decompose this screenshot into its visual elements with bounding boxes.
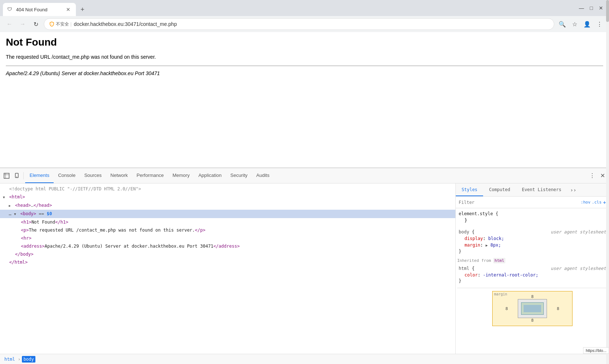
style-selector: element.style { [459,211,606,216]
styles-scrollbar[interactable] [606,183,609,354]
devtools-body: <!doctype html PUBLIC "-//IETF//DTD HTML… [0,183,609,354]
tab-sources[interactable]: Sources [80,168,106,183]
breadcrumb-html[interactable]: html [3,356,16,363]
device-toolbar-button[interactable] [12,171,22,181]
page-heading: Not Found [6,36,603,48]
dom-line-doctype: <!doctype html PUBLIC "-//IETF//DTD HTML… [0,185,455,193]
dom-line-body[interactable]: … <body> == $0 [0,210,455,218]
html-style-block: html { user agent stylesheet color: -int… [457,264,608,285]
box-model-container: margin 8 8 8 [457,288,608,329]
address-bar[interactable]: ! 不安全 | docker.hackthebox.eu:30471/conta… [44,18,554,30]
tab-favicon: 🛡 [7,7,13,12]
tab-audits[interactable]: Audits [252,168,274,183]
dom-line-html-close: </html> [0,258,455,266]
elements-panel: <!doctype html PUBLIC "-//IETF//DTD HTML… [0,183,456,354]
bookmark-button[interactable]: ☆ [570,19,580,29]
html-selector: html { user agent stylesheet [459,266,606,271]
styles-content: element.style { } body { user agent styl… [456,208,609,354]
dom-line-p: <p>The requested URL /contact_me.php was… [0,226,455,234]
styles-tabs: Styles Computed Event Listeners ›› [456,183,609,197]
devtools-more-button[interactable]: ⋮ [587,171,597,181]
window-controls: — □ ✕ [579,5,606,14]
breadcrumb-body[interactable]: body [22,356,35,363]
server-info: Apache/2.4.29 (Ubuntu) Server at docker.… [6,70,603,76]
maximize-button[interactable]: □ [590,5,593,11]
toolbar-divider [23,172,24,179]
forward-button[interactable]: → [18,19,28,29]
body-margin-rule: margin: ▶ 8px; [459,242,606,249]
inherited-label: Inherited from html [457,258,608,263]
tab-security[interactable]: Security [226,168,252,183]
style-close-brace: } [459,217,606,224]
pseudo-class-buttons: :hov .cls [581,200,602,205]
window-close-button[interactable]: ✕ [599,5,603,11]
tab-network[interactable]: Network [106,168,132,183]
reload-button[interactable]: ↻ [31,19,41,29]
svg-point-5 [16,177,17,177]
tab-title: 404 Not Found [16,7,62,12]
minimize-button[interactable]: — [579,5,584,11]
dom-line-hr: <hr> [0,234,455,242]
box-model: margin 8 8 8 [492,291,573,326]
styles-filter-bar: :hov .cls + [456,197,609,208]
add-style-rule-button[interactable]: + [603,200,606,205]
tab-close-button[interactable]: ✕ [65,6,72,13]
page-divider [6,66,603,66]
browser-toolbar-right: 🔍 ☆ 👤 ⋮ [557,19,605,29]
device-icon [14,173,20,179]
browser-window: 🛡 404 Not Found ✕ + — □ ✕ ← → ↻ ! 不安全 | … [0,0,609,364]
dom-line-head: <head>…</head> [0,201,455,210]
page-paragraph: The requested URL /contact_me.php was no… [6,54,603,60]
browser-menu-button[interactable]: ⋮ [594,19,605,29]
collapse-html[interactable] [3,193,7,201]
html-source: user agent stylesheet [551,266,606,271]
tab-performance[interactable]: Performance [132,168,168,183]
styles-filter-input[interactable] [459,200,579,205]
back-button[interactable]: ← [4,19,15,29]
devtools-breadcrumb-bar: html › body [0,354,609,364]
styles-tab-event-listeners[interactable]: Event Listeners [516,183,567,196]
tab-memory[interactable]: Memory [168,168,194,183]
hov-button[interactable]: :hov [581,200,591,205]
dom-line-h1: <h1>Not Found</h1> [0,218,455,226]
element-style-block: element.style { } [457,210,608,225]
dom-line-html: <html> [0,193,455,201]
shield-icon: ! [49,22,54,27]
body-display-rule: display: block; [459,235,606,242]
box-margin: margin 8 8 8 [492,291,573,326]
dom-line-body-close: </body> [0,250,455,258]
profile-button[interactable]: 👤 [582,19,592,29]
body-selector: body { user agent stylesheet [459,229,606,235]
address-bar-row: ← → ↻ ! 不安全 | docker.hackthebox.eu:30471… [0,16,609,32]
url-preview-tooltip: https://blo... [583,347,609,354]
styles-tabs-more[interactable]: ›› [567,183,579,196]
tab-elements[interactable]: Elements [25,168,54,183]
tab-application[interactable]: Application [194,168,226,183]
security-indicator: ! 不安全 | [49,21,72,27]
body-source: user agent stylesheet [551,229,606,235]
collapse-head[interactable] [9,202,12,209]
cursor-icon [4,173,9,179]
styles-tab-styles[interactable]: Styles [456,183,483,196]
new-tab-button[interactable]: + [77,4,88,15]
styles-tab-computed[interactable]: Computed [483,183,516,196]
page-content: Not Found The requested URL /contact_me.… [0,32,609,168]
body-style-block: body { user agent stylesheet display: bl… [457,228,608,255]
html-color-rule: color: -internal-root-color; [459,272,606,278]
browser-tab[interactable]: 🛡 404 Not Found ✕ [3,3,76,16]
svg-rect-1 [4,173,9,178]
tab-console[interactable]: Console [54,168,80,183]
devtools-toolbar: Elements Console Sources Network Perform… [0,168,609,183]
address-url: docker.hackthebox.eu:30471/contact_me.ph… [74,21,177,27]
collapse-body[interactable] [14,210,18,218]
tab-bar: 🛡 404 Not Found ✕ + — □ ✕ [0,0,609,16]
svg-text:!: ! [51,23,52,26]
styles-panel: Styles Computed Event Listeners ›› :hov [456,183,609,354]
insecure-label: 不安全 [56,21,69,27]
devtools-panel: Elements Console Sources Network Perform… [0,168,609,364]
element-picker-button[interactable] [1,171,12,181]
cls-button[interactable]: .cls [592,200,602,205]
search-icon-button[interactable]: 🔍 [557,19,567,29]
dom-line-address: <address>Apache/2.4.29 (Ubuntu) Server a… [0,242,455,250]
